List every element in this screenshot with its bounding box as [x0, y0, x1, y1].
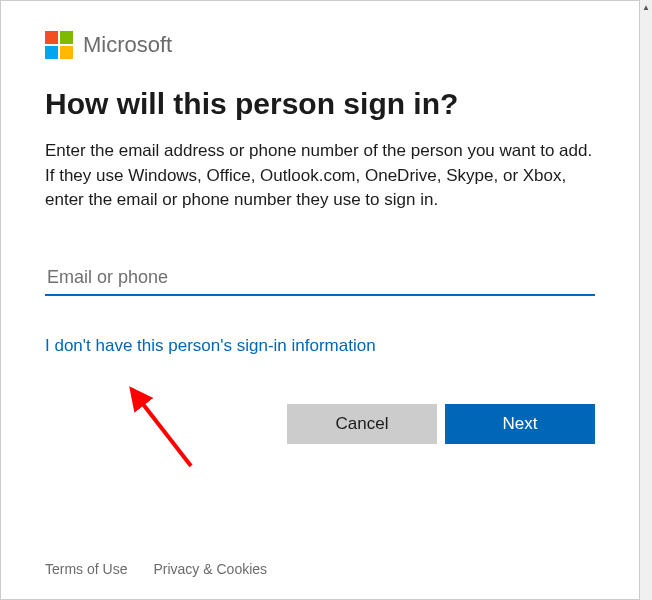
page-title: How will this person sign in? [45, 87, 595, 121]
instruction-text: Enter the email address or phone number … [45, 139, 595, 213]
dialog-window: Microsoft How will this person sign in? … [0, 0, 640, 600]
scroll-up-icon[interactable]: ▲ [640, 0, 652, 14]
privacy-link[interactable]: Privacy & Cookies [153, 561, 267, 577]
next-button[interactable]: Next [445, 404, 595, 444]
vertical-scrollbar[interactable]: ▲ [640, 0, 652, 600]
button-row: Cancel Next [45, 404, 595, 444]
no-signin-info-link[interactable]: I don't have this person's sign-in infor… [45, 336, 376, 356]
terms-link[interactable]: Terms of Use [45, 561, 127, 577]
email-phone-input[interactable] [45, 261, 595, 296]
footer-links: Terms of Use Privacy & Cookies [45, 561, 267, 577]
cancel-button[interactable]: Cancel [287, 404, 437, 444]
microsoft-logo-icon [45, 31, 73, 59]
brand-text: Microsoft [83, 32, 172, 58]
brand-header: Microsoft [45, 31, 595, 59]
